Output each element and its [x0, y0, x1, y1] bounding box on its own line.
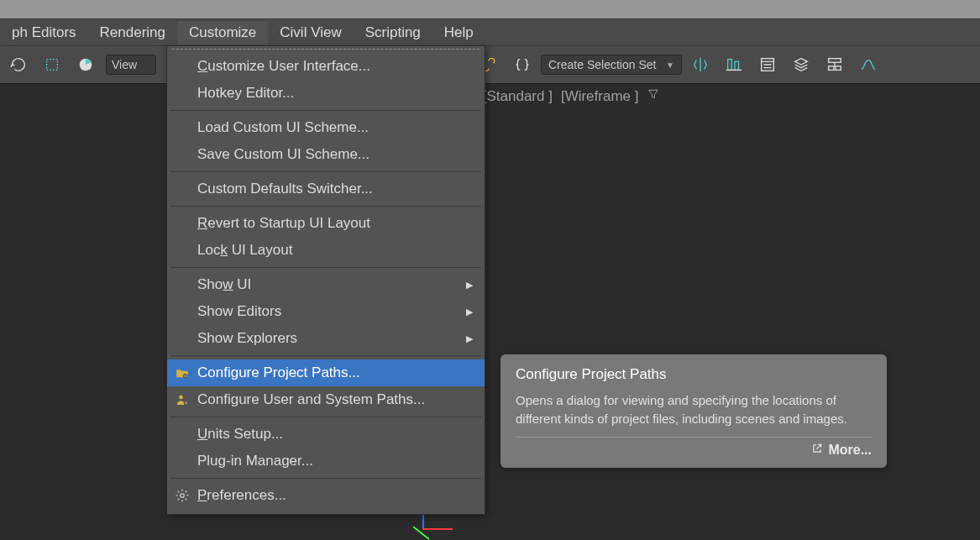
view-dropdown-label: View: [112, 58, 137, 71]
user-gear-icon: [174, 391, 191, 408]
tooltip-more-link[interactable]: More...: [516, 443, 872, 458]
menu-item-label: Revert to Startup UI Layout: [197, 215, 370, 232]
menu-item-rendering[interactable]: Rendering: [88, 21, 177, 45]
schematic-icon[interactable]: [820, 50, 850, 80]
align-icon[interactable]: [719, 50, 749, 80]
menu-item-lock-ui-layout[interactable]: Lock UI Layout: [167, 237, 485, 264]
menu-item-label: Plug-in Manager...: [197, 453, 313, 469]
viewport-status-bar[interactable]: ] [Standard ] [Wireframe ]: [470, 87, 660, 105]
curve-editor-icon[interactable]: [853, 50, 883, 80]
svg-point-10: [184, 401, 188, 406]
menu-item-configure-project-paths[interactable]: Configure Project Paths...: [167, 359, 485, 386]
tooltip-body: Opens a dialog for viewing and specifyin…: [516, 391, 872, 428]
submenu-arrow-icon: ▶: [466, 307, 473, 317]
menu-item-save-custom-ui-scheme[interactable]: Save Custom UI Scheme...: [167, 141, 485, 168]
svg-rect-6: [829, 66, 834, 71]
menu-item-scripting[interactable]: Scripting: [354, 21, 432, 45]
tooltip-title: Configure Project Paths: [516, 366, 872, 383]
filter-icon[interactable]: [647, 87, 660, 105]
external-link-icon: [811, 443, 823, 458]
submenu-arrow-icon: ▶: [466, 280, 473, 291]
viewport-label-wireframe: [Wireframe ]: [561, 88, 639, 105]
menu-item-label: Hotkey Editor...: [197, 85, 294, 102]
menu-item-label: Load Custom UI Scheme...: [197, 119, 369, 136]
tooltip-more-label: More...: [828, 443, 872, 458]
svg-point-11: [181, 494, 185, 498]
menu-item-load-custom-ui-scheme[interactable]: Load Custom UI Scheme...: [167, 114, 485, 141]
menu-separator: [170, 206, 481, 207]
menu-item-ph-editors[interactable]: ph Editors: [0, 21, 88, 45]
menu-item-show-editors[interactable]: Show Editors▶: [167, 298, 485, 325]
tooltip-popup: Configure Project Paths Opens a dialog f…: [500, 354, 887, 468]
layers-icon[interactable]: [786, 50, 816, 80]
menu-separator: [170, 417, 481, 417]
menu-separator: [170, 478, 481, 479]
menu-item-customize-user-interface[interactable]: Customize User Interface...: [167, 53, 485, 80]
menu-item-label: Show Editors: [197, 303, 281, 320]
menu-item-label: Lock UI Layout: [197, 242, 292, 259]
viewport-label-standard: [Standard ]: [483, 88, 553, 105]
menu-item-label: Save Custom UI Scheme...: [197, 146, 369, 163]
svg-point-8: [184, 375, 188, 379]
menu-item-civil-view[interactable]: Civil View: [268, 21, 353, 45]
braces-icon[interactable]: [507, 50, 537, 80]
mirror-icon[interactable]: [685, 50, 715, 80]
submenu-arrow-icon: ▶: [466, 333, 473, 344]
refresh-icon[interactable]: [3, 50, 34, 80]
dropdown-arrow-icon: ▼: [666, 60, 674, 70]
menu-item-customize[interactable]: Customize: [177, 21, 268, 45]
menu-item-plug-in-manager[interactable]: Plug-in Manager...: [167, 448, 485, 474]
svg-rect-0: [47, 60, 58, 71]
menu-item-label: Preferences...: [197, 487, 286, 504]
customize-dropdown-menu: Customize User Interface...Hotkey Editor…: [166, 45, 485, 515]
menu-item-label: Configure Project Paths...: [197, 364, 360, 381]
menu-item-label: Custom Defaults Switcher...: [197, 181, 373, 197]
menu-item-show-explorers[interactable]: Show Explorers▶: [167, 325, 485, 352]
menu-separator: [170, 171, 481, 172]
menu-item-label: Units Setup...: [197, 426, 283, 443]
svg-rect-2: [728, 60, 732, 71]
svg-point-9: [179, 396, 183, 400]
viewport-area[interactable]: [0, 84, 980, 540]
menu-item-label: Configure User and System Paths...: [197, 391, 425, 408]
selection-region-icon[interactable]: [37, 50, 67, 80]
menu-item-preferences[interactable]: Preferences...: [167, 482, 485, 509]
menu-separator: [170, 355, 481, 356]
menu-item-revert-to-startup-ui-layout[interactable]: Revert to Startup UI Layout: [167, 210, 485, 237]
pie-chart-icon[interactable]: [71, 50, 101, 80]
svg-rect-7: [836, 66, 841, 71]
selection-set-label: Create Selection Set: [548, 58, 656, 71]
title-bar-strip: [0, 0, 980, 18]
menu-separator: [170, 110, 481, 111]
menu-item-label: Show UI: [197, 276, 251, 293]
svg-rect-5: [829, 59, 841, 63]
svg-rect-3: [735, 61, 739, 70]
menu-item-show-ui[interactable]: Show UI▶: [167, 271, 485, 298]
folder-gear-icon: [174, 364, 191, 381]
main-toolbar: View Create Selection Set ▼: [0, 45, 980, 84]
menu-item-configure-user-and-system-paths[interactable]: Configure User and System Paths...: [167, 386, 485, 413]
menu-item-label: Show Explorers: [197, 330, 297, 347]
main-menu-bar: ph EditorsRenderingCustomizeCivil ViewSc…: [0, 18, 980, 45]
list-panel-icon[interactable]: [752, 50, 783, 80]
menu-item-label: Customize User Interface...: [197, 58, 370, 75]
menu-item-help[interactable]: Help: [432, 21, 485, 45]
view-dropdown-input[interactable]: View: [106, 55, 156, 75]
menu-item-custom-defaults-switcher[interactable]: Custom Defaults Switcher...: [167, 176, 485, 202]
menu-separator: [170, 267, 481, 268]
menu-item-units-setup[interactable]: Units Setup...: [167, 421, 485, 448]
menu-item-hotkey-editor[interactable]: Hotkey Editor...: [167, 80, 485, 107]
selection-set-dropdown[interactable]: Create Selection Set ▼: [541, 55, 682, 75]
gear-icon: [174, 487, 191, 504]
